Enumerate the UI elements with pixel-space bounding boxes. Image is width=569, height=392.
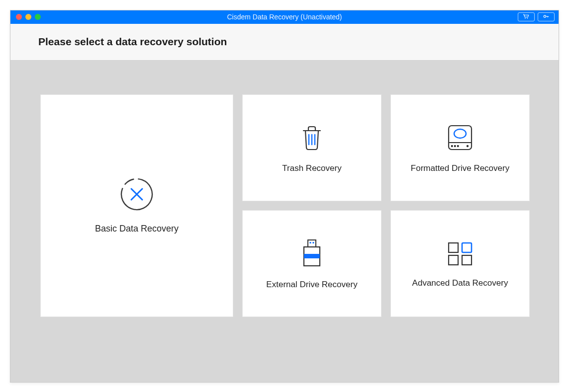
svg-rect-11 [310, 242, 311, 243]
svg-rect-8 [457, 145, 459, 147]
drive-icon [444, 122, 476, 154]
svg-rect-17 [449, 255, 458, 265]
advanced-data-recovery-card[interactable]: Advanced Data Recovery [390, 210, 530, 317]
svg-point-1 [527, 18, 528, 19]
trash-icon [297, 122, 326, 154]
svg-rect-12 [313, 242, 314, 243]
app-window: Cisdem Data Recovery (Unactivated) [10, 10, 559, 383]
key-icon [542, 12, 550, 21]
svg-rect-16 [462, 243, 472, 252]
svg-rect-7 [454, 145, 456, 147]
recovery-options-grid: Basic Data Recovery Trash Recovery [10, 61, 559, 382]
page-heading: Please select a data recovery solution [38, 36, 227, 48]
svg-point-9 [467, 145, 469, 147]
cart-icon [522, 12, 530, 21]
trash-recovery-label: Trash Recovery [282, 163, 341, 173]
zoom-window-button[interactable] [35, 14, 41, 20]
titlebar: Cisdem Data Recovery (Unactivated) [10, 10, 559, 24]
advanced-recovery-label: Advanced Data Recovery [412, 278, 508, 288]
minimize-window-button[interactable] [25, 14, 31, 20]
svg-rect-6 [451, 145, 453, 147]
header-bar: Please select a data recovery solution [10, 24, 559, 61]
basic-recovery-label: Basic Data Recovery [95, 224, 179, 234]
window-controls [10, 14, 41, 20]
trash-recovery-card[interactable]: Trash Recovery [242, 94, 381, 201]
external-recovery-label: External Drive Recovery [266, 280, 357, 290]
svg-rect-14 [304, 254, 320, 258]
svg-rect-18 [462, 255, 472, 265]
basic-recovery-icon [119, 177, 154, 212]
basic-data-recovery-card[interactable]: Basic Data Recovery [40, 94, 233, 317]
svg-point-5 [454, 129, 466, 138]
formatted-drive-recovery-card[interactable]: Formatted Drive Recovery [390, 94, 530, 201]
advanced-grid-icon [444, 238, 476, 268]
svg-rect-10 [308, 240, 316, 247]
cart-button[interactable] [518, 12, 535, 21]
svg-point-0 [525, 18, 526, 19]
usb-drive-icon [298, 237, 326, 270]
svg-point-2 [544, 15, 546, 17]
external-drive-recovery-card[interactable]: External Drive Recovery [242, 210, 381, 317]
close-window-button[interactable] [16, 14, 22, 20]
key-button[interactable] [538, 12, 555, 21]
svg-rect-15 [449, 243, 458, 252]
window-title: Cisdem Data Recovery (Unactivated) [227, 13, 342, 21]
titlebar-actions [518, 12, 555, 21]
formatted-recovery-label: Formatted Drive Recovery [411, 163, 509, 173]
